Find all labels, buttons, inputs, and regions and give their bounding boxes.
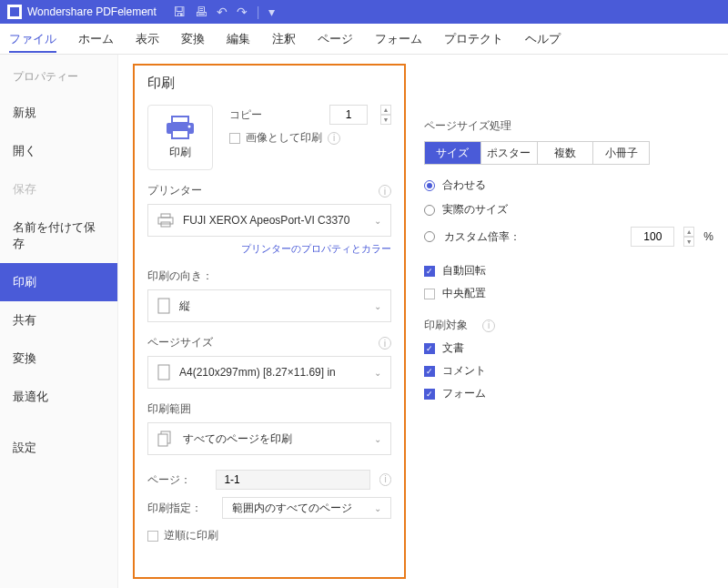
dropdown-icon[interactable]: ▾ (268, 5, 275, 19)
menu-home[interactable]: ホーム (78, 25, 114, 53)
target-doc-checkbox[interactable]: ✓ 文書 (424, 340, 713, 356)
sidebar-header: プロパティー (0, 60, 117, 94)
range-label: 印刷範囲 (147, 401, 191, 417)
menu-form[interactable]: フォーム (375, 25, 422, 53)
scale-input[interactable] (631, 227, 674, 247)
printer-properties-link[interactable]: プリンターのプロパティとカラー (147, 242, 391, 256)
print-icon[interactable]: 🖶 (195, 5, 207, 19)
range-value: すべてのページを印刷 (183, 431, 292, 447)
portrait-icon (157, 298, 170, 314)
sidebar-item-optimize[interactable]: 最適化 (0, 378, 117, 416)
app-logo-icon (7, 5, 22, 19)
checkbox-checked-icon: ✓ (424, 366, 435, 377)
menu-page[interactable]: ページ (318, 25, 353, 53)
printer-icon (165, 116, 196, 139)
sidebar-item-new[interactable]: 新規 (0, 94, 117, 132)
copies-spinner[interactable]: ▲ ▼ (380, 105, 391, 125)
tab-size[interactable]: サイズ (425, 142, 481, 164)
menu-view[interactable]: 表示 (136, 25, 159, 53)
radio-icon (424, 205, 435, 216)
spec-label: 印刷指定： (147, 501, 213, 516)
pagesize-label: ページサイズ (147, 335, 213, 350)
copies-input[interactable] (329, 105, 368, 125)
target-doc-label: 文書 (442, 340, 464, 356)
sidebar-item-share[interactable]: 共有 (0, 301, 117, 340)
spec-value: 範囲内のすべてのページ (232, 501, 352, 516)
sidebar-item-saveas[interactable]: 名前を付けて保存 (0, 208, 117, 263)
menu-annotate[interactable]: 注釈 (272, 25, 296, 53)
chevron-down-icon: ⌄ (374, 301, 381, 311)
target-comment-checkbox[interactable]: ✓ コメント (424, 363, 713, 379)
sidebar-item-open[interactable]: 開く (0, 132, 117, 170)
title-bar: Wondershare PDFelement 🖫 🖶 ↶ ↷ | ▾ (0, 0, 728, 24)
percent-label: % (703, 230, 713, 243)
undo-icon[interactable]: ↶ (217, 5, 228, 19)
tab-booklet[interactable]: 小冊子 (593, 142, 649, 164)
panel-title: 印刷 (147, 75, 391, 92)
tab-multiple[interactable]: 複数 (538, 142, 594, 164)
reverse-checkbox[interactable] (147, 531, 158, 542)
menu-help[interactable]: ヘルプ (525, 25, 561, 53)
radio-custom[interactable]: カスタム倍率： ▲ ▼ % (424, 227, 713, 247)
sidebar-item-convert[interactable]: 変換 (0, 340, 117, 378)
orient-label: 印刷の向き： (147, 269, 213, 284)
svg-point-3 (188, 125, 191, 127)
checkbox-checked-icon: ✓ (424, 266, 435, 277)
pagesize-select[interactable]: A4(210x297mm) [8.27×11.69] in ⌄ (147, 356, 391, 389)
fit-label: 合わせる (442, 177, 486, 193)
print-button[interactable]: 印刷 (147, 105, 213, 170)
radio-actual[interactable]: 実際のサイズ (424, 202, 713, 218)
save-icon[interactable]: 🖫 (173, 5, 186, 19)
sidebar-item-save[interactable]: 保存 (0, 170, 117, 208)
chevron-down-icon: ⌄ (374, 216, 381, 226)
printer-small-icon (157, 213, 174, 228)
svg-rect-4 (161, 214, 170, 218)
page-icon (157, 364, 170, 380)
image-print-checkbox[interactable] (229, 133, 240, 144)
chevron-down-icon: ⌄ (374, 368, 381, 378)
scale-spinner[interactable]: ▲ ▼ (683, 227, 694, 247)
info-icon[interactable]: i (379, 185, 391, 198)
menu-file[interactable]: ファイル (9, 25, 56, 53)
radio-fit[interactable]: 合わせる (424, 177, 713, 193)
print-button-label: 印刷 (169, 145, 191, 160)
svg-rect-2 (172, 130, 188, 138)
info-icon[interactable]: i (379, 337, 391, 350)
svg-rect-0 (172, 117, 188, 123)
app-title: Wondershare PDFelement (27, 5, 157, 18)
sidebar: プロパティー 新規 開く 保存 名前を付けて保存 印刷 共有 変換 最適化 設定 (0, 55, 118, 588)
spinner-up-icon[interactable]: ▲ (380, 105, 391, 115)
menu-convert[interactable]: 変換 (181, 25, 205, 53)
titlebar-tools: 🖫 🖶 ↶ ↷ | ▾ (173, 5, 276, 19)
spinner-down-icon[interactable]: ▼ (683, 237, 694, 247)
auto-rotate-label: 自動回転 (442, 263, 486, 279)
info-icon[interactable]: i (328, 132, 340, 145)
reverse-label: 逆順に印刷 (164, 528, 218, 543)
center-checkbox[interactable]: 中央配置 (424, 286, 713, 301)
sidebar-item-print[interactable]: 印刷 (0, 263, 117, 301)
spec-select[interactable]: 範囲内のすべてのページ ⌄ (222, 497, 391, 519)
checkbox-icon (424, 289, 435, 299)
info-icon[interactable]: i (379, 473, 391, 486)
spinner-down-icon[interactable]: ▼ (380, 115, 391, 125)
menu-protect[interactable]: プロテクト (444, 25, 503, 53)
auto-rotate-checkbox[interactable]: ✓ 自動回転 (424, 263, 713, 279)
tab-poster[interactable]: ポスター (481, 142, 538, 164)
orientation-select[interactable]: 縦 ⌄ (147, 289, 391, 322)
svg-rect-8 (158, 365, 169, 380)
sidebar-item-settings[interactable]: 設定 (0, 429, 117, 467)
range-select[interactable]: すべてのページを印刷 ⌄ (147, 422, 391, 455)
printer-value: FUJI XEROX ApeosPort-VI C3370 (183, 214, 349, 227)
page-input[interactable] (216, 470, 370, 490)
redo-icon[interactable]: ↷ (237, 5, 248, 19)
spinner-up-icon[interactable]: ▲ (683, 227, 694, 237)
menu-edit[interactable]: 編集 (227, 25, 250, 53)
printer-select[interactable]: FUJI XEROX ApeosPort-VI C3370 ⌄ (147, 204, 391, 237)
size-tabs: サイズ ポスター 複数 小冊子 (424, 141, 650, 165)
actual-label: 実際のサイズ (442, 202, 508, 218)
info-icon[interactable]: i (482, 319, 495, 332)
target-form-checkbox[interactable]: ✓ フォーム (424, 386, 713, 401)
chevron-down-icon: ⌄ (374, 503, 381, 513)
svg-rect-7 (158, 299, 169, 313)
target-form-label: フォーム (442, 386, 486, 401)
